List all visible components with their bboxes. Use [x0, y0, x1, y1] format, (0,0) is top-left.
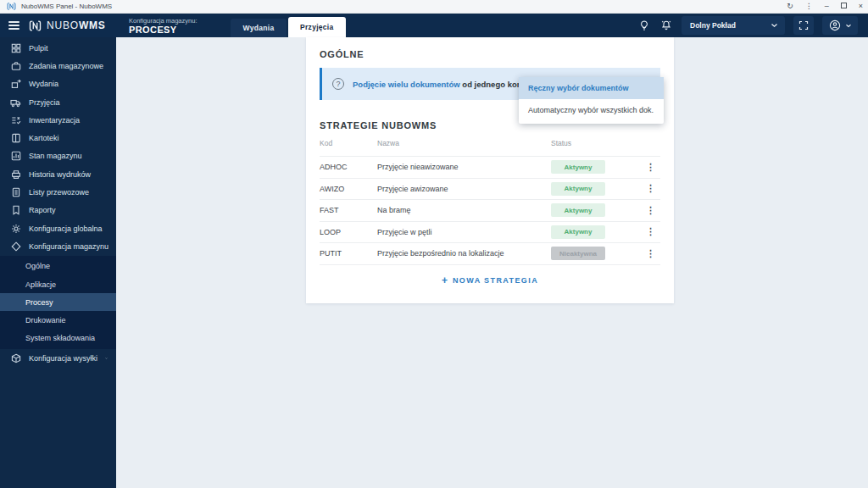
table-row: AWIZO Przyjęcie awizowane Aktywny ⋮ — [320, 178, 660, 200]
sidebar-item-stan-magazynu[interactable]: Stan magazynu — [0, 147, 116, 165]
cell-nazwa: Przyjęcie awizowane — [377, 185, 551, 193]
cell-kod: LOOP — [320, 228, 377, 236]
sidebar-item-zadania-magazynowe[interactable]: Zadania magazynowe — [0, 57, 116, 75]
cell-nazwa: Przyjęcie w pętli — [377, 228, 551, 236]
book-icon — [10, 133, 21, 144]
sidebar-item-raporty[interactable]: Raporty — [0, 202, 116, 219]
status-badge: Nieaktywna — [551, 247, 605, 260]
user-avatar-icon — [829, 19, 841, 31]
sidebar-item-wydania[interactable]: Wydania — [0, 75, 116, 93]
hamburger-menu-icon[interactable] — [0, 21, 25, 30]
warehouse-context: Konfiguracja magazynu: PROCESY — [129, 17, 224, 35]
minimize-button[interactable]: – — [825, 3, 829, 10]
sidebar-subitem-system-skladowania[interactable]: System składowania — [0, 330, 116, 347]
document-icon — [10, 187, 21, 198]
status-badge: Aktywny — [551, 225, 605, 239]
row-actions-kebab-icon[interactable]: ⋮ — [644, 206, 660, 215]
report-icon — [10, 205, 21, 216]
refresh-icon[interactable]: ↻ — [787, 3, 793, 10]
chevron-down-icon — [105, 356, 108, 361]
row-actions-kebab-icon[interactable]: ⋮ — [644, 163, 660, 172]
window-titlebar: NuboWMS Panel - NuboWMS ↻ ⋮ – × — [0, 0, 868, 14]
maximize-button[interactable] — [841, 3, 847, 10]
cell-kod: PUTIT — [320, 249, 377, 258]
sidebar-subitem-aplikacje[interactable]: Aplikacje — [0, 275, 116, 293]
plus-icon: + — [442, 274, 448, 286]
context-value: PROCESY — [129, 25, 224, 35]
gear-icon — [10, 223, 21, 234]
cell-nazwa: Przyjęcie bezpośrednio na lokalizacje — [377, 249, 551, 258]
fullscreen-icon — [798, 20, 809, 30]
briefcase-icon — [10, 60, 21, 71]
diamond-icon — [10, 241, 21, 252]
brand-logo: NUBOWMS — [29, 19, 114, 32]
package-icon — [10, 352, 21, 363]
maximize-icon — [841, 3, 847, 8]
outbound-box-icon — [10, 79, 21, 90]
cell-kod: FAST — [320, 206, 377, 214]
sidebar-subitem-ogolne[interactable]: Ogólne — [0, 258, 116, 275]
brand-name: NUBOWMS — [47, 19, 106, 31]
notifications-bell-icon[interactable] — [659, 19, 673, 32]
table-row: FAST Na bramę Aktywny ⋮ — [320, 199, 660, 221]
sidebar-nav: Pulpit Zadania magazynowe Wydania Przyję… — [0, 37, 116, 488]
cell-nazwa: Na bramę — [377, 206, 551, 214]
cell-kod: AWIZO — [320, 185, 377, 193]
sidebar-subitem-drukowanie[interactable]: Drukowanie — [0, 311, 116, 329]
checklist-icon — [10, 114, 21, 125]
app-logo-icon — [7, 2, 16, 11]
app-window: NuboWMS Panel - NuboWMS ↻ ⋮ – × NUBOWMS … — [0, 0, 868, 488]
brand-logo-icon — [29, 19, 42, 32]
sidebar-item-listy-przewozowe[interactable]: Listy przewozowe — [0, 183, 116, 201]
question-circle-icon: ? — [332, 78, 344, 90]
account-menu-button[interactable] — [822, 16, 858, 35]
status-badge: Aktywny — [551, 182, 605, 196]
table-row: LOOP Przyjęcie w pętli Aktywny ⋮ — [320, 221, 660, 243]
process-tabs: Wydania Przyjęcia — [231, 14, 348, 37]
sidebar-item-przyjecia[interactable]: Przyjęcia — [0, 93, 116, 111]
column-header-nazwa: Nazwa — [377, 139, 551, 147]
table-row: ADHOC Przyjęcie nieawizowane Aktywny ⋮ — [320, 156, 660, 178]
row-actions-kebab-icon[interactable]: ⋮ — [644, 184, 660, 193]
truck-icon — [10, 97, 21, 108]
banner-setting-link[interactable]: Podjęcie wielu dokumentów — [353, 80, 460, 89]
sidebar-item-historia-wydrukow[interactable]: Historia wydruków — [0, 165, 116, 183]
column-header-status: Status — [551, 139, 644, 147]
sidebar-item-pulpit[interactable]: Pulpit — [0, 39, 116, 57]
context-label: Konfiguracja magazynu: — [129, 17, 224, 25]
row-actions-kebab-icon[interactable]: ⋮ — [644, 249, 660, 258]
close-button[interactable]: × — [859, 3, 863, 10]
dropdown-option-reczny[interactable]: Ręczny wybór dokumentów — [519, 77, 664, 99]
column-header-kod: Kod — [320, 139, 377, 147]
status-badge: Aktywny — [551, 160, 605, 174]
document-selection-dropdown: Ręczny wybór dokumentów Automatyczny wyb… — [519, 77, 664, 124]
theme-bulb-icon[interactable] — [637, 19, 651, 32]
new-strategy-button[interactable]: + NOWA STRATEGIA — [320, 264, 660, 297]
tab-przyjecia[interactable]: Przyjęcia — [288, 17, 346, 37]
chevron-down-icon — [771, 23, 778, 28]
sidebar-submenu-konfiguracja-magazynu: Ogólne Aplikacje Procesy Drukowanie Syst… — [0, 256, 116, 349]
fullscreen-button[interactable] — [793, 16, 814, 35]
status-badge: Aktywny — [551, 203, 605, 217]
workspace-select-value: Dolny Pokład — [690, 21, 736, 30]
sidebar-item-kartoteki[interactable]: Kartoteki — [0, 129, 116, 147]
sidebar-subitem-procesy[interactable]: Procesy — [0, 293, 116, 311]
sidebar-item-konfiguracja-wysylki[interactable]: Konfiguracja wysyłki — [0, 349, 116, 367]
dropdown-option-automatyczny[interactable]: Automatyczny wybór wszystkich dok. — [519, 99, 664, 121]
sidebar-item-inwentaryzacja[interactable]: Inwentaryzacja — [0, 111, 116, 129]
workspace-select[interactable]: Dolny Pokład — [682, 16, 785, 35]
printer-icon — [10, 169, 21, 180]
cell-nazwa: Przyjęcie nieawizowane — [377, 163, 551, 171]
window-title: NuboWMS Panel - NuboWMS — [21, 3, 112, 10]
cell-kod: ADHOC — [320, 163, 377, 171]
main-content: OGÓLNE ? Podjęcie wielu dokumentów od je… — [116, 37, 868, 488]
dashboard-icon — [10, 42, 21, 53]
tab-wydania[interactable]: Wydania — [231, 19, 287, 37]
chevron-down-icon — [845, 24, 852, 28]
sidebar-item-konfiguracja-globalna[interactable]: Konfiguracja globalna — [0, 219, 116, 237]
sidebar-item-konfiguracja-magazynu[interactable]: Konfiguracja magazynu — [0, 237, 116, 255]
table-header: Kod Nazwa Status — [320, 130, 660, 156]
browser-menu-icon[interactable]: ⋮ — [805, 3, 813, 10]
row-actions-kebab-icon[interactable]: ⋮ — [644, 227, 660, 236]
table-row: PUTIT Przyjęcie bezpośrednio na lokaliza… — [320, 242, 660, 264]
